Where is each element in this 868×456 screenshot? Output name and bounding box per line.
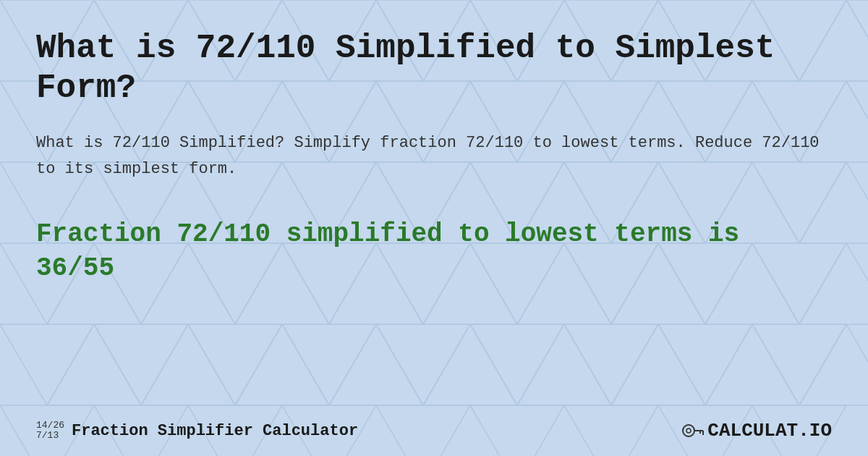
result-heading: Fraction 72/110 simplified to lowest ter… <box>36 218 832 286</box>
calculator-icon <box>681 421 705 441</box>
footer-left: 14/26 7/13 Fraction Simplifier Calculato… <box>36 421 358 442</box>
footer-fraction: 14/26 7/13 <box>36 421 64 442</box>
fraction-bottom: 7/13 <box>36 431 64 441</box>
svg-point-110 <box>686 428 691 433</box>
svg-point-109 <box>683 425 694 436</box>
footer-logo: CALCULAT.IO <box>681 420 832 442</box>
logo-text: CALCULAT.IO <box>707 420 832 442</box>
footer-brand-name: Fraction Simplifier Calculator <box>72 422 358 440</box>
result-section: Fraction 72/110 simplified to lowest ter… <box>36 218 832 286</box>
page-description: What is 72/110 Simplified? Simplify frac… <box>36 130 832 181</box>
footer: 14/26 7/13 Fraction Simplifier Calculato… <box>0 420 868 442</box>
fraction-top: 14/26 <box>36 421 64 431</box>
page-title: What is 72/110 Simplified to Simplest Fo… <box>36 29 832 109</box>
